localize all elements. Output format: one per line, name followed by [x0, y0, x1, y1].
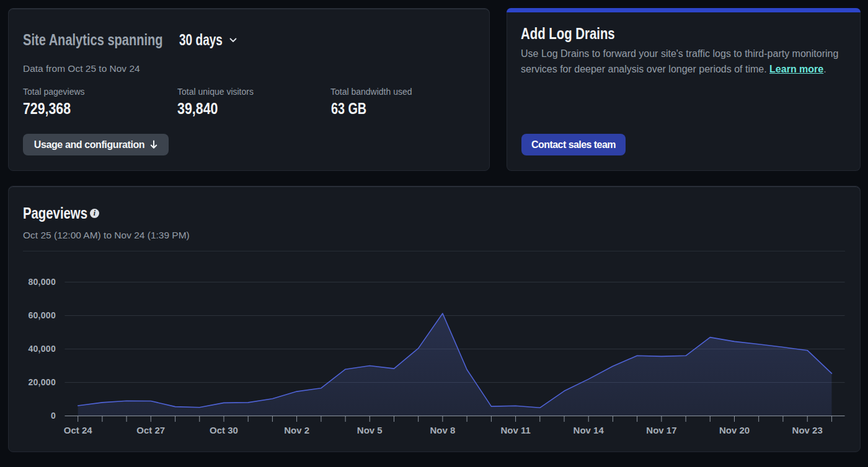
svg-text:40,000: 40,000 [28, 344, 56, 354]
svg-text:20,000: 20,000 [28, 377, 56, 387]
svg-text:Nov 17: Nov 17 [646, 425, 676, 435]
svg-text:Nov 23: Nov 23 [792, 425, 823, 435]
svg-text:Nov 2: Nov 2 [284, 425, 309, 435]
svg-text:Oct 24: Oct 24 [64, 425, 93, 435]
svg-text:60,000: 60,000 [28, 310, 56, 320]
svg-text:Nov 14: Nov 14 [574, 425, 604, 435]
svg-text:0: 0 [51, 411, 56, 421]
svg-text:Nov 20: Nov 20 [719, 425, 750, 435]
svg-text:Nov 8: Nov 8 [430, 425, 455, 435]
svg-text:Oct 27: Oct 27 [136, 425, 165, 435]
svg-text:Nov 5: Nov 5 [357, 425, 383, 435]
svg-text:Oct 30: Oct 30 [210, 425, 238, 435]
svg-text:80,000: 80,000 [28, 277, 56, 287]
svg-text:Nov 11: Nov 11 [500, 425, 530, 435]
